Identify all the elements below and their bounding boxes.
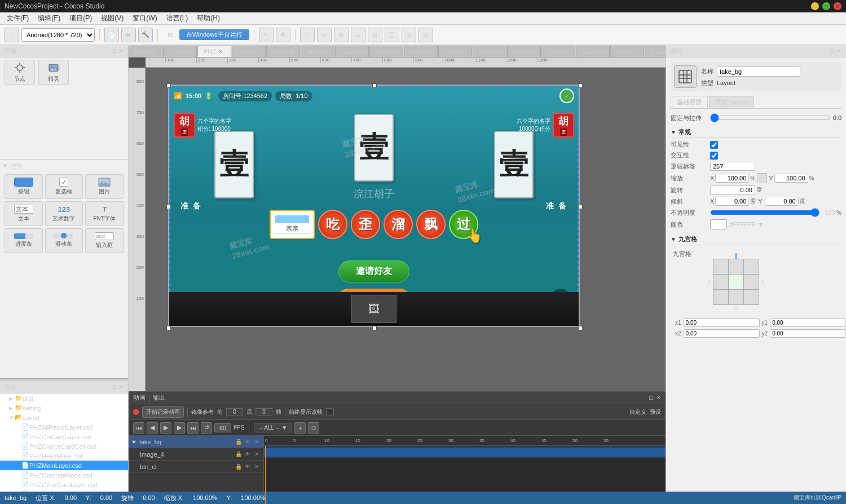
tab-gamesc4[interactable]: GameSc... [576,46,610,57]
widget-artnumber[interactable]: 123 艺术数字 [45,201,83,226]
props-float-btn[interactable]: ⊡ [829,47,834,55]
tree-item-phzhead[interactable]: 📄 PHZHeadMove.csd [0,451,128,461]
visible-checkbox[interactable] [710,141,718,149]
track-del-2[interactable]: ✕ [252,450,261,459]
new-button[interactable]: 📄 [104,28,119,42]
assets-float-btn[interactable]: ⊡ [111,383,116,391]
tab-gamesc1[interactable]: GameSc... [473,46,506,57]
keyframe-btn[interactable]: ◇ [308,422,319,434]
tool-6[interactable]: ☐ [385,28,399,42]
track-take-bg[interactable]: ▼ take_bg 🔒 👁 ✕ [129,436,263,448]
name-input[interactable] [717,67,800,77]
tree-item-sound[interactable]: ▼ 📂 sound [0,413,128,422]
tab-resulte[interactable]: result_e... [404,46,438,57]
action-guo[interactable]: 过 👆 [449,210,478,239]
run-button[interactable]: 在Windows平台运行 [179,29,249,40]
node-item[interactable]: 节点 [5,60,35,85]
menu-language[interactable]: 语言(L) [162,12,193,24]
menu-window[interactable]: 窗口(W) [128,12,161,24]
color-dropdown-btn[interactable]: ▼ [757,221,764,228]
tree-item-phzmain[interactable]: 📄 PHZMainLayer.csd [0,461,128,470]
widget-section-title[interactable]: ▼ 控件 [0,160,128,172]
step-forward-btn[interactable]: ▶ [174,422,185,434]
track-del-3[interactable]: ✕ [252,462,261,471]
y1-input[interactable] [770,319,846,327]
maximize-button[interactable]: □ [822,2,830,10]
skew-y-input[interactable] [765,197,799,206]
menu-help[interactable]: 帮助(H) [192,12,224,24]
x1-input[interactable] [684,319,760,327]
tab-phzup[interactable]: PHZUp... [301,46,334,57]
record-indicator[interactable] [133,409,139,415]
menu-file[interactable]: 文件(F) [2,12,33,24]
build-button[interactable]: 🔨 [138,28,153,42]
track-vis-3[interactable]: 👁 [243,462,252,471]
opacity-slider[interactable] [710,208,819,217]
tool-7[interactable]: ⊟ [402,28,416,42]
tab-resulte2[interactable]: result_e... [610,46,644,57]
prop-tab-type[interactable]: 类型 Layout [709,96,754,108]
cursor-tool[interactable]: ↖ [259,28,274,42]
all-dropdown[interactable]: -- ALL -- ▼ [254,423,292,432]
scale-link-btn[interactable]: == [757,173,767,183]
track-vis-1[interactable]: 👁 [243,437,252,446]
loop-btn[interactable]: ↺ [201,422,212,434]
widget-checkbox[interactable]: ✓ 复选框 [45,174,83,199]
minimize-button[interactable]: — [811,2,819,10]
color-swatch[interactable] [710,219,727,229]
play-button[interactable]: ▶ [121,28,136,42]
props-close-btn[interactable]: ✕ [836,47,841,55]
handle-bl[interactable] [166,326,171,330]
widget-input[interactable]: abc| 输入框 [85,228,124,253]
main-bar[interactable] [264,448,666,457]
handle-tr[interactable] [578,83,583,88]
widget-button[interactable]: 按钮 [5,174,43,199]
tool-8[interactable]: ⊠ [418,28,433,42]
nine-patch-section-title[interactable]: ▼ 九宫格 [671,234,841,245]
interactive-checkbox[interactable] [710,152,718,160]
tree-item-phzop[interactable]: 📄 PHZOprorateNode.csd [0,470,128,480]
action-wai[interactable]: 歪 [351,210,380,239]
tree-item-plist[interactable]: ▶ 📁 plist [0,394,128,403]
before-input[interactable] [226,408,243,415]
left-panel-float[interactable]: ⊡ [111,47,116,55]
step-back-btn[interactable]: ◀ [147,422,158,434]
tool-5[interactable]: ⊞ [368,28,382,42]
anim-close-btn[interactable]: ✕ [656,394,661,401]
general-section-title[interactable]: ▼ 常规 [671,127,841,138]
canvas-viewport[interactable]: 📶 15:00 🔋 房间号:1234562 局数: 1/10 ✓ 胡 庄 [146,68,666,391]
invite-button[interactable]: 邀请好友 [338,260,409,282]
home-button[interactable]: ⌂ [5,28,19,42]
tool-1[interactable]: □ [300,28,315,42]
tag-input[interactable] [710,162,755,171]
menu-project[interactable]: 项目(P) [65,12,96,24]
widget-image[interactable]: 图片 [85,174,124,199]
tab-close-icon[interactable]: ✕ [218,48,223,55]
tab-gamere3[interactable]: GameRe... [645,46,666,57]
rotate-input[interactable] [710,185,755,194]
move-tool[interactable]: ✥ [276,28,290,42]
track-lock-2[interactable]: 🔒 [234,450,243,459]
goto-start-btn[interactable]: ⏮ [133,422,144,434]
anim-float-btn[interactable]: ⊡ [649,394,654,401]
action-liu[interactable]: 溜 [384,210,413,239]
left-panel-close[interactable]: ✕ [118,47,124,55]
after-input[interactable] [255,408,272,415]
widget-slider[interactable]: 滑动条 [45,228,83,253]
goto-end-btn[interactable]: ⏭ [187,422,199,434]
tab-gamesc2[interactable]: GameSc... [507,46,541,57]
handle-tm[interactable] [372,83,377,88]
menu-view[interactable]: 视图(V) [96,12,128,24]
tree-item-phzall[interactable]: 📄 PHZAllResultLayer.csd [0,422,128,432]
widget-progress[interactable]: 进度条 [5,228,43,253]
track-image4[interactable]: Image_4 🔒 👁 ✕ [129,448,263,461]
assets-close-btn[interactable]: ✕ [118,383,124,391]
tab-phzhe[interactable]: PHZHe... [129,46,162,57]
nickname-input[interactable]: 亲亲 [275,224,309,233]
handle-ml[interactable] [166,205,171,209]
timeline-cursor[interactable] [265,446,266,504]
tool-2[interactable]: ◎ [317,28,332,42]
tab-rounde[interactable]: roundE... [438,46,472,57]
tab-phztin[interactable]: PHZTin... [266,46,300,57]
skew-x-input[interactable] [715,197,749,206]
